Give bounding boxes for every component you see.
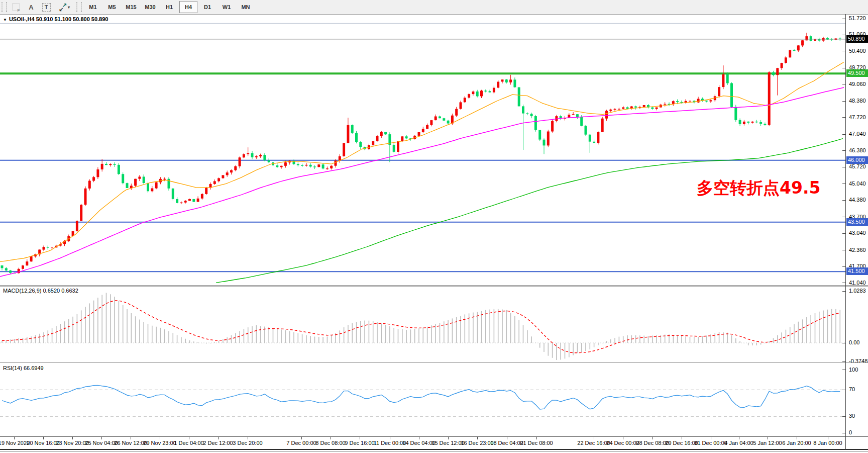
price-tick-label: 51.720 bbox=[849, 15, 866, 21]
time-tick bbox=[594, 437, 594, 439]
time-tick bbox=[43, 437, 44, 439]
chart-context-dropdown-icon[interactable]: ▼ bbox=[3, 18, 7, 22]
time-tick bbox=[419, 437, 419, 439]
time-tick bbox=[301, 437, 302, 439]
price-tick-label: 50.400 bbox=[849, 48, 866, 54]
time-tick bbox=[248, 437, 248, 439]
rsi-tick-label: 0 bbox=[849, 429, 852, 435]
macd-tick-label: 1.0283 bbox=[849, 288, 866, 294]
price-axis-border bbox=[845, 14, 846, 449]
time-tick bbox=[189, 437, 189, 439]
arrows-icon: ↗↙ bbox=[59, 3, 67, 11]
time-tick bbox=[739, 437, 739, 439]
macd-pane[interactable] bbox=[0, 286, 845, 363]
price-tick-label: 46.380 bbox=[849, 147, 866, 153]
time-tick bbox=[218, 437, 219, 439]
rsi-tick-label: 30 bbox=[849, 413, 855, 419]
timeframe-button-d1[interactable]: D1 bbox=[198, 1, 216, 13]
price-tick-label: 45.720 bbox=[849, 163, 866, 169]
toolbar-grip[interactable] bbox=[76, 2, 82, 12]
time-tick bbox=[72, 437, 73, 439]
toolbar: FAT↗↙▾M1M5M15M30H1H4D1W1MN bbox=[0, 0, 868, 15]
text-box-icon: T bbox=[42, 3, 51, 12]
text-label-icon: A bbox=[29, 4, 33, 11]
time-tick bbox=[448, 437, 449, 439]
time-tick bbox=[14, 437, 15, 439]
time-tick-label: 21 Dec 08:00 bbox=[512, 440, 561, 446]
timeframe-button-m30[interactable]: M30 bbox=[141, 1, 159, 13]
price-badge-49.500: 49.500 bbox=[846, 69, 868, 77]
macd-indicator-label: MACD(12,26,9) 0.6520 0.6632 bbox=[3, 288, 78, 294]
time-tick bbox=[390, 437, 390, 439]
timeframe-button-m5[interactable]: M5 bbox=[103, 1, 121, 13]
main-macd-separator[interactable] bbox=[0, 285, 868, 286]
time-tick bbox=[360, 437, 360, 439]
time-tick bbox=[477, 437, 478, 439]
price-tick-label: 49.060 bbox=[849, 81, 866, 87]
frame-tool-icon: F bbox=[13, 4, 20, 11]
macd-signal-line bbox=[2, 301, 840, 353]
window-bottom-border bbox=[0, 449, 868, 450]
timeframe-button-h1[interactable]: H1 bbox=[160, 1, 178, 13]
time-tick bbox=[653, 437, 653, 439]
time-tick bbox=[507, 437, 507, 439]
time-tick bbox=[160, 437, 160, 439]
price-badge-46.000: 46.000 bbox=[846, 156, 868, 164]
rsi-indicator-label: RSI(14) 66.6949 bbox=[3, 365, 44, 371]
time-tick bbox=[711, 437, 711, 439]
macd-tick-label: -0.3748 bbox=[849, 358, 867, 364]
time-tick bbox=[131, 437, 131, 439]
ma-fast-orange[interactable] bbox=[0, 62, 844, 262]
price-tick-label: 43.040 bbox=[849, 230, 866, 236]
price-tick-label: 47.720 bbox=[849, 114, 866, 120]
time-tick bbox=[768, 437, 768, 439]
time-tick bbox=[101, 437, 102, 439]
time-tick-label: 8 Jan 00:00 bbox=[804, 440, 852, 446]
rsi-tick-label: 100 bbox=[849, 367, 858, 373]
text-label-tool-button[interactable]: A bbox=[24, 1, 38, 13]
main-chart-pane[interactable] bbox=[0, 14, 845, 285]
timeframe-button-w1[interactable]: W1 bbox=[218, 1, 236, 13]
time-tick bbox=[828, 437, 828, 439]
timeframe-button-m1[interactable]: M1 bbox=[84, 1, 102, 13]
macd-tick-label: 0.00 bbox=[849, 339, 859, 345]
time-tick bbox=[536, 437, 537, 439]
trading-terminal-window: FAT↗↙▾M1M5M15M30H1H4D1W1MN ▼USOil-,H4 50… bbox=[0, 0, 868, 453]
arrows-tool-button[interactable]: ↗↙▾ bbox=[54, 1, 74, 13]
chart-timeaxis-separator bbox=[0, 436, 868, 437]
text-box-tool-button[interactable]: T bbox=[39, 1, 53, 13]
main-macd-separator-inner bbox=[0, 286, 868, 287]
rsi-pane[interactable] bbox=[0, 363, 845, 436]
price-tick-label: 44.380 bbox=[849, 197, 866, 203]
frame-tool-button[interactable]: F bbox=[9, 1, 23, 13]
rsi-tick-label: 70 bbox=[849, 386, 855, 392]
symbol-ohlc-text: USOil-,H4 50.910 51.100 50.800 50.890 bbox=[9, 16, 108, 22]
time-tick bbox=[623, 437, 623, 439]
time-tick bbox=[682, 437, 682, 439]
timeframe-button-mn[interactable]: MN bbox=[237, 1, 255, 13]
price-tick-label: 47.040 bbox=[849, 131, 866, 137]
price-tick-label: 48.380 bbox=[849, 98, 866, 104]
window-bottom-border-2 bbox=[0, 451, 868, 452]
time-tick-label: 3 Dec 20:00 bbox=[224, 440, 272, 446]
rsi-line bbox=[2, 385, 840, 409]
price-tick-label: 45.040 bbox=[849, 180, 866, 187]
timeframe-button-h4[interactable]: H4 bbox=[179, 1, 197, 13]
timeframe-button-m15[interactable]: M15 bbox=[122, 1, 140, 13]
price-badge-43.500: 43.500 bbox=[846, 218, 868, 226]
price-annotation-text: 多空转折点49.5 bbox=[697, 177, 820, 200]
price-tick-label: 42.360 bbox=[849, 247, 866, 253]
chevron-down-icon: ▾ bbox=[68, 5, 70, 10]
time-tick bbox=[797, 437, 797, 439]
price-badge-50.890: 50.890 bbox=[846, 35, 868, 43]
time-tick bbox=[331, 437, 331, 439]
macd-rsi-separator[interactable] bbox=[0, 363, 868, 363]
toolbar-grip[interactable] bbox=[2, 2, 7, 12]
price-badge-41.500: 41.500 bbox=[846, 267, 868, 275]
chart-symbol-title: ▼USOil-,H4 50.910 51.100 50.800 50.890 bbox=[3, 16, 108, 22]
